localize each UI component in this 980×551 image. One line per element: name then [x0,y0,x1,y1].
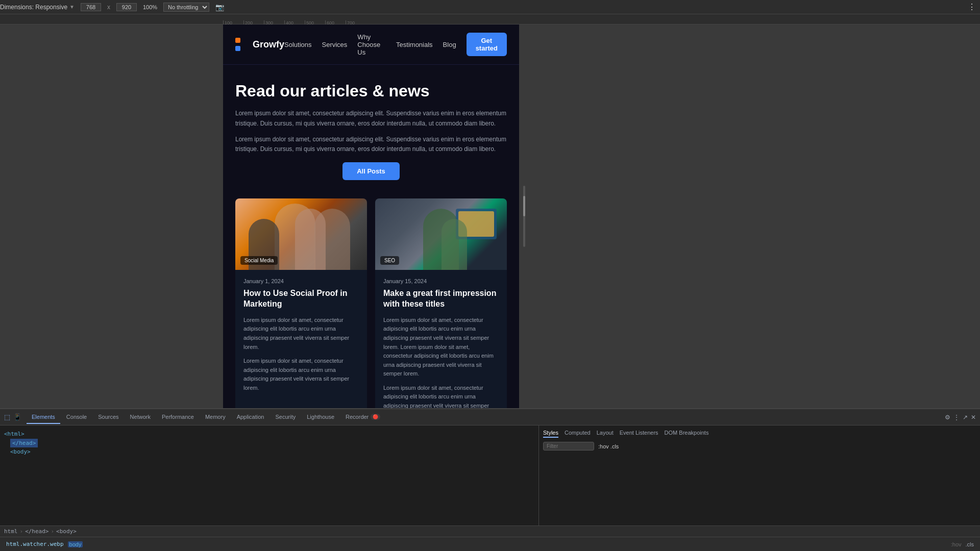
throttle-select[interactable]: No throttling [163,3,209,12]
styles-panel: Styles Computed Layout Event Listeners D… [539,425,980,525]
width-input[interactable] [81,3,101,11]
tab-recorder[interactable]: Recorder 🔴 [340,411,385,424]
body-tag-label[interactable]: body [68,541,83,547]
styles-tab-layout[interactable]: Layout [597,430,614,438]
styles-tab-dom-breakpoints[interactable]: DOM Breakpoints [665,430,709,438]
hero-title: Read our articles & news [235,81,507,101]
tab-sources[interactable]: Sources [93,411,124,424]
styles-toolbar: Styles Computed Layout Event Listeners D… [543,430,976,438]
styles-tabs: Styles Computed Layout Event Listeners D… [543,430,708,438]
card-body-1: January 1, 2024 How to Use Social Proof … [235,270,367,406]
card-text-2b: Lorem ipsum dolor sit amet, consectetur … [383,384,499,408]
card-title-1[interactable]: How to Use Social Proof in Marketing [243,288,359,310]
nav-testimonials[interactable]: Testimonials [396,41,433,48]
logo-square-blue [235,46,240,51]
devtools-icons: ⚙ ⋮ ↗ ✕ [945,414,976,421]
nav-why-choose-us[interactable]: Why Choose Us [357,33,386,56]
styles-filter-input[interactable] [543,442,594,450]
ruler-bar: 100 200 300 400 500 600 700 [0,14,980,24]
nav-blog[interactable]: Blog [443,41,456,48]
pseudo-filter[interactable]: :hov .cls [598,443,619,449]
breadcrumb-html[interactable]: html [4,528,18,535]
card-title-2[interactable]: Make a great first impression with these… [383,288,499,310]
card-text-1b: Lorem ipsum dolor sit amet, consectetur … [243,357,359,392]
ellipsis-icon[interactable]: ⋮ [953,414,960,421]
site-content: Growfy Solutions Services Why Choose Us … [223,24,519,408]
card-text-2a: Lorem ipsum dolor sit amet, consectetur … [383,316,499,379]
hero-desc-2: Lorem ipsum dolor sit amet, consectetur … [235,135,507,154]
elements-head-line[interactable]: </head> [4,439,534,448]
devtools-tabs: ⬚ 📱 Elements Console Sources Network Per… [0,409,980,425]
file-label: html.watcher.webp [6,541,64,547]
card-tag-2: SEO [380,256,399,265]
logo-text[interactable]: Growfy [253,39,284,50]
card-date-2: January 15, 2024 [383,278,499,284]
cards-container: Social Media January 1, 2024 How to Use … [223,198,519,408]
card-body-2: January 15, 2024 Make a great first impr… [375,270,507,408]
left-gutter [0,24,223,408]
screenshot-icon[interactable]: 📷 [215,3,224,11]
styles-tab-styles[interactable]: Styles [543,430,558,438]
breadcrumb-separator-2: › [51,528,54,535]
recorder-badge: 🔴 [371,414,380,420]
blog-card-1: Social Media January 1, 2024 How to Use … [235,198,367,408]
cls-shortcut: .cls [966,541,974,547]
ruler-mark: 700 [346,20,366,24]
styles-tab-computed[interactable]: Computed [565,430,591,438]
styles-tab-event-listeners[interactable]: Event Listeners [620,430,658,438]
tab-console[interactable]: Console [61,411,92,424]
mobile-icon[interactable]: 📱 [13,413,21,421]
tab-elements[interactable]: Elements [27,411,60,424]
ruler-mark: 400 [284,20,305,24]
devtools-statusbar: html.watcher.webp body :hov .cls [0,537,980,551]
ruler-mark: 100 [223,20,243,24]
logo-icon [235,37,250,52]
inspect-icon[interactable]: ⬚ [4,413,10,421]
navbar: Growfy Solutions Services Why Choose Us … [223,24,519,65]
elements-html-line[interactable]: <html> [4,430,534,439]
devtools-topbar: Dimensions: Responsive ▼ x 100% No throt… [0,0,980,14]
get-started-button[interactable]: Get started [467,33,507,56]
breadcrumb-head[interactable]: </head> [25,528,48,535]
card-image-1: Social Media [235,198,367,270]
browser-viewport: Growfy Solutions Services Why Choose Us … [223,24,519,408]
devtools-panel: ⬚ 📱 Elements Console Sources Network Per… [0,408,980,551]
dimensions-label: Dimensions: Responsive [0,4,67,11]
tab-performance[interactable]: Performance [157,411,199,424]
tab-lighthouse[interactable]: Lighthouse [302,411,339,424]
dock-icon[interactable]: ↗ [963,414,968,421]
ruler-mark: 600 [325,20,346,24]
tab-memory[interactable]: Memory [200,411,231,424]
right-gutter [519,24,529,408]
card-image-2: SEO [375,198,507,270]
height-input[interactable] [116,3,137,11]
more-options-icon[interactable]: ⋮ [968,2,980,12]
nav-solutions[interactable]: Solutions [284,41,311,48]
tab-application[interactable]: Application [232,411,270,424]
logo-square-orange [235,38,240,43]
settings-icon[interactable]: ⚙ [945,414,950,421]
devtools-body: <html> </head> <body> Styles Computed La… [0,425,980,525]
card-text-1a: Lorem ipsum dolor sit amet, consectetur … [243,316,359,352]
elements-body-line[interactable]: <body> [4,447,534,457]
hero-section: Read our articles & news Lorem ipsum dol… [223,65,519,198]
scrollbar-thumb[interactable] [523,196,525,216]
colon-shortcut: :hov [951,541,962,547]
dimensions-control[interactable]: Dimensions: Responsive ▼ [0,4,75,11]
far-right-gutter [529,24,980,408]
tab-security[interactable]: Security [270,411,301,424]
breadcrumb-body[interactable]: <body> [56,528,77,535]
all-posts-button[interactable]: All Posts [342,162,400,180]
elements-panel: <html> </head> <body> [0,425,539,525]
ruler-mark: 200 [243,20,264,24]
nav-services[interactable]: Services [322,41,348,48]
logo-area: Growfy [235,37,284,52]
dimension-x: x [107,4,110,11]
card-date-1: January 1, 2024 [243,278,359,284]
ruler-mark: 300 [264,20,284,24]
hero-desc-1: Lorem ipsum dolor sit amet, consectetur … [235,109,507,128]
close-devtools-icon[interactable]: ✕ [971,414,976,421]
card-tag-1: Social Media [240,256,278,265]
tab-network[interactable]: Network [125,411,156,424]
scrollbar-track[interactable] [523,186,525,247]
